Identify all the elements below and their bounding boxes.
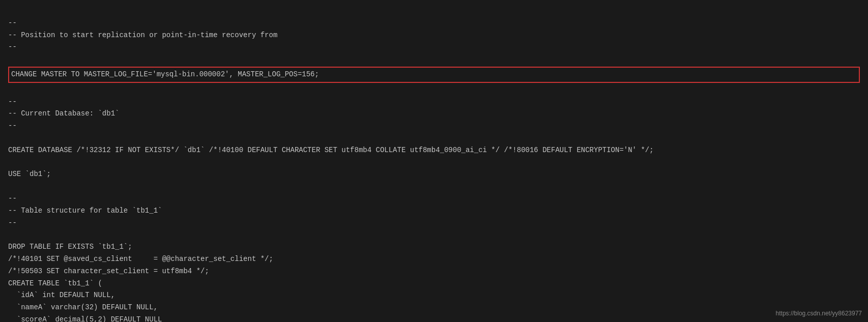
empty-line: [8, 181, 860, 193]
code-line: --: [8, 193, 860, 205]
empty-line: [8, 157, 860, 169]
code-line: --: [8, 96, 860, 108]
code-line: --: [8, 41, 860, 53]
watermark: https://blog.csdn.net/yy8623977: [776, 310, 862, 317]
code-line: USE `db1`;: [8, 168, 860, 181]
code-line: /*!50503 SET character_set_client = utf8…: [8, 266, 860, 278]
code-line: -- Current Database: `db1`: [8, 108, 860, 120]
code-line: CREATE TABLE `tb1_1` (: [8, 278, 860, 290]
code-line: --: [8, 120, 860, 132]
code-line: -- Position to start replication or poin…: [8, 30, 860, 42]
code-line: CREATE DATABASE /*!32312 IF NOT EXISTS*/…: [8, 144, 860, 157]
empty-line: [8, 84, 860, 96]
code-line: `scoreA` decimal(5,2) DEFAULT NULL: [8, 314, 860, 322]
code-line: --: [8, 217, 860, 229]
code-line: --: [8, 17, 860, 30]
empty-line: [8, 132, 860, 144]
code-line: DROP TABLE IF EXISTS `tb1_1`;: [8, 241, 860, 253]
code-line: -- Table structure for table `tb1_1`: [8, 205, 860, 217]
code-line: `nameA` varchar(32) DEFAULT NULL,: [8, 302, 860, 314]
code-line: `idA` int DEFAULT NULL,: [8, 289, 860, 302]
code-display: ---- Position to start replication or po…: [8, 5, 860, 322]
empty-line: [8, 53, 860, 66]
code-line: /*!40101 SET @saved_cs_client = @@charac…: [8, 253, 860, 266]
highlighted-line: CHANGE MASTER TO MASTER_LOG_FILE='mysql-…: [8, 67, 860, 83]
empty-line: [8, 229, 860, 241]
